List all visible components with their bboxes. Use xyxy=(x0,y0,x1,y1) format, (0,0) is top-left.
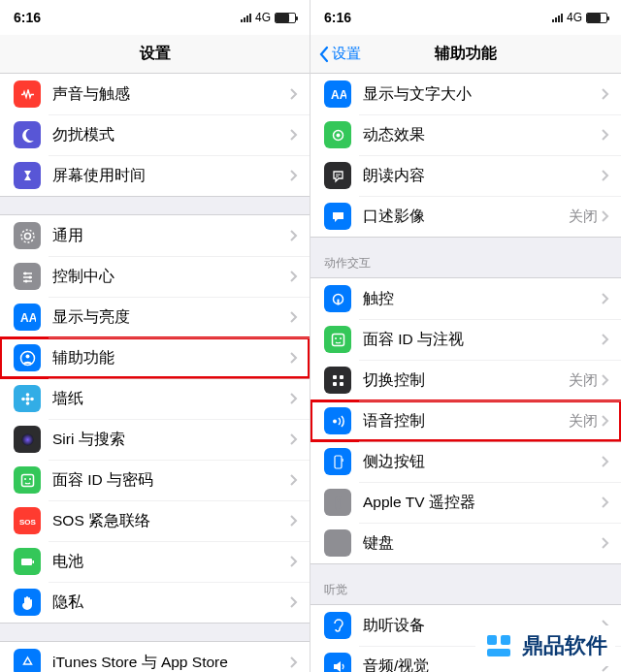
row-appletv-remote[interactable]: Apple TV 遥控器 xyxy=(310,482,621,523)
settings-pane: 6:16 4G 设置 声音与触感勿扰模式屏幕使用时间 通用控制中心显示与亮度辅助… xyxy=(0,0,310,672)
settings-list[interactable]: 声音与触感勿扰模式屏幕使用时间 通用控制中心显示与亮度辅助功能墙纸Siri 与搜… xyxy=(0,74,310,672)
battery-icon xyxy=(275,13,296,23)
status-time: 6:16 xyxy=(14,10,41,25)
flower-icon xyxy=(14,385,41,412)
row-label: iTunes Store 与 App Store xyxy=(52,653,290,673)
row-general[interactable]: 通用 xyxy=(0,215,310,256)
group-3: iTunes Store 与 App Store钱包与 Apple Pay xyxy=(0,641,310,672)
row-touch[interactable]: 触控 xyxy=(310,278,621,319)
chevron-right-icon xyxy=(290,230,298,241)
svg-rect-44 xyxy=(487,635,497,645)
row-label: 屏幕使用时间 xyxy=(52,166,290,186)
remote-icon xyxy=(324,489,351,516)
nav-bar: 设置 xyxy=(0,35,310,74)
page-title: 设置 xyxy=(140,44,171,64)
row-audio-descriptions[interactable]: 口述影像关闭 xyxy=(310,196,621,237)
chevron-right-icon xyxy=(602,293,609,304)
chevron-right-icon xyxy=(290,656,298,668)
person-circle-icon xyxy=(14,344,41,371)
chevron-right-icon xyxy=(290,596,298,608)
row-label: 电池 xyxy=(52,552,290,572)
back-button[interactable]: 设置 xyxy=(318,45,361,63)
row-label: 通用 xyxy=(52,226,290,246)
row-label: 勿扰模式 xyxy=(52,125,290,145)
section-header-motion: 动作交互 xyxy=(310,238,621,277)
row-label: 显示与文字大小 xyxy=(363,84,602,105)
row-value: 关闭 xyxy=(569,208,598,226)
row-sounds-haptics[interactable]: 声音与触感 xyxy=(0,74,310,114)
row-label: 语音控制 xyxy=(363,411,569,432)
chevron-right-icon xyxy=(290,352,298,364)
chevron-right-icon xyxy=(290,311,298,323)
switches-icon xyxy=(324,367,351,394)
siri-icon xyxy=(14,426,41,453)
chevron-right-icon xyxy=(602,210,609,222)
sidebutton-icon xyxy=(324,448,351,475)
row-faceid-passcode[interactable]: 面容 ID 与密码 xyxy=(0,460,310,500)
svg-rect-45 xyxy=(501,635,510,645)
audio-icon xyxy=(324,653,351,672)
network-label: 4G xyxy=(255,11,271,24)
row-sos[interactable]: SOS 紧急联络 xyxy=(0,500,310,541)
voice-icon xyxy=(324,407,351,434)
row-display-brightness[interactable]: 显示与亮度 xyxy=(0,297,310,337)
row-label: 隐私 xyxy=(52,592,290,613)
row-battery[interactable]: 电池 xyxy=(0,541,310,582)
row-label: 口述影像 xyxy=(363,207,569,227)
row-side-button[interactable]: 侧边按钮 xyxy=(310,441,621,482)
svg-rect-46 xyxy=(487,649,510,656)
row-label: 侧边按钮 xyxy=(363,452,602,472)
chevron-right-icon xyxy=(290,515,298,527)
keyboard-icon xyxy=(324,529,351,557)
row-spoken-content[interactable]: 朗读内容 xyxy=(310,155,621,196)
row-label: 辅助功能 xyxy=(52,348,290,368)
group-motion: 触控面容 ID 与注视切换控制关闭语音控制关闭侧边按钮Apple TV 遥控器键… xyxy=(310,277,621,564)
row-label: 触控 xyxy=(363,289,602,309)
row-label: 朗读内容 xyxy=(363,166,602,186)
speech-icon xyxy=(324,162,351,189)
motion-icon xyxy=(324,121,351,148)
row-do-not-disturb[interactable]: 勿扰模式 xyxy=(0,114,310,155)
row-display-text-size[interactable]: 显示与文字大小 xyxy=(310,74,621,114)
chevron-right-icon xyxy=(602,170,609,181)
row-voice-control[interactable]: 语音控制关闭 xyxy=(310,400,621,441)
group-2: 通用控制中心显示与亮度辅助功能墙纸Siri 与搜索面容 ID 与密码SOS 紧急… xyxy=(0,214,310,624)
row-keyboards[interactable]: 键盘 xyxy=(310,523,621,563)
accessibility-list[interactable]: 显示与文字大小动态效果朗读内容口述影像关闭 动作交互 触控面容 ID 与注视切换… xyxy=(310,74,621,672)
hand-icon xyxy=(14,589,41,616)
row-faceid-attention[interactable]: 面容 ID 与注视 xyxy=(310,319,621,360)
row-wallpaper[interactable]: 墙纸 xyxy=(0,378,310,419)
signal-icon xyxy=(241,13,251,22)
chevron-right-icon xyxy=(290,170,298,181)
row-label: 动态效果 xyxy=(363,125,602,145)
gear-icon xyxy=(14,222,41,249)
chevron-right-icon xyxy=(602,88,609,100)
chevron-right-icon xyxy=(602,496,609,508)
row-siri-search[interactable]: Siri 与搜索 xyxy=(0,419,310,460)
row-control-center[interactable]: 控制中心 xyxy=(0,256,310,297)
row-screen-time[interactable]: 屏幕使用时间 xyxy=(0,155,310,196)
row-itunes-appstore[interactable]: iTunes Store 与 App Store xyxy=(0,642,310,672)
back-label: 设置 xyxy=(332,45,361,63)
row-motion[interactable]: 动态效果 xyxy=(310,114,621,155)
row-value: 关闭 xyxy=(569,412,598,431)
status-right: 4G xyxy=(552,11,607,24)
battery-icon xyxy=(14,548,41,575)
row-privacy[interactable]: 隐私 xyxy=(0,582,310,623)
section-header-hearing: 听觉 xyxy=(310,564,621,604)
waveform-icon xyxy=(14,80,41,108)
row-label: Apple TV 遥控器 xyxy=(363,493,602,513)
row-label: SOS 紧急联络 xyxy=(52,511,290,531)
row-label: 键盘 xyxy=(363,533,602,554)
brand-text: 鼎品软件 xyxy=(522,631,607,660)
chevron-right-icon xyxy=(290,88,298,100)
battery-icon xyxy=(586,13,607,23)
page-title: 辅助功能 xyxy=(435,44,497,64)
ear-icon xyxy=(324,612,351,639)
chevron-right-icon xyxy=(290,556,298,567)
chevron-right-icon xyxy=(290,271,298,282)
row-switch-control[interactable]: 切换控制关闭 xyxy=(310,360,621,400)
row-accessibility[interactable]: 辅助功能 xyxy=(0,337,310,378)
sos-icon xyxy=(14,507,41,534)
row-label: 切换控制 xyxy=(363,370,569,391)
